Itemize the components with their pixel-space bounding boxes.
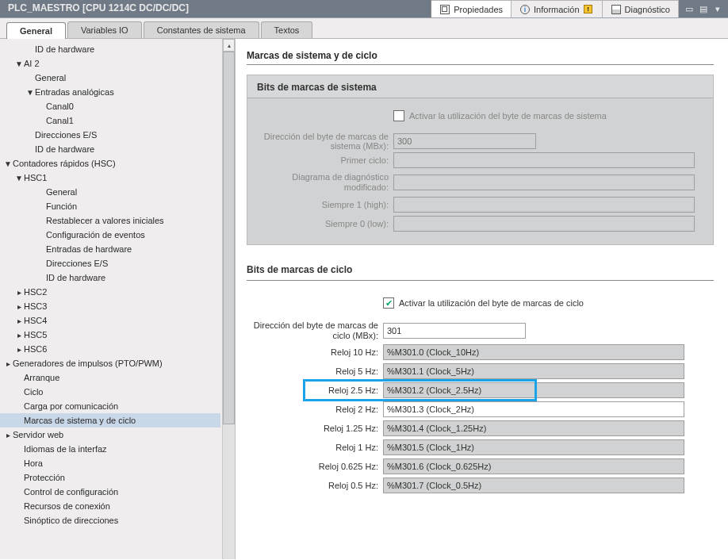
tree-item[interactable]: ID de hardware — [0, 142, 220, 156]
titlebar: PLC_MAESTRO [CPU 1214C DC/DC/DC] Propied… — [0, 0, 728, 18]
tree-item-label: Servidor web — [13, 430, 63, 439]
tree-item[interactable]: ID de hardware — [0, 42, 220, 56]
diagnostics-icon — [611, 4, 622, 15]
sys-addr-input[interactable] — [393, 133, 536, 149]
tree-item[interactable]: Restablecer a valores iniciales — [0, 213, 220, 228]
tab-variables-io[interactable]: Variables IO — [67, 21, 142, 38]
tree-item-label: HSC1 — [24, 173, 47, 182]
tree-item-label: Direcciones E/S — [46, 259, 108, 268]
tab-system-constants-label: Constantes de sistema — [157, 25, 246, 35]
tree-item[interactable]: ID de hardware — [0, 270, 220, 285]
cyc-addr-input[interactable] — [383, 323, 526, 339]
tree-item[interactable]: ▸HSC2 — [0, 285, 220, 299]
clock-10hz-input — [383, 344, 684, 360]
field-label: Reloj 1.25 Hz: — [247, 424, 383, 433]
tree-item-label: Entradas de hardware — [46, 244, 132, 254]
tree-item[interactable]: Hora — [0, 456, 220, 470]
page-title: Marcas de sistema y de ciclo — [247, 50, 714, 65]
tree-item[interactable]: General — [0, 185, 220, 199]
tree-item-label: Carga por comunicación — [24, 401, 118, 411]
tree-item[interactable]: General — [0, 71, 220, 85]
tab-info-label: Información — [534, 5, 579, 14]
minimize-icon[interactable]: ▾ — [712, 4, 723, 14]
tree-item[interactable]: ▼Contadores rápidos (HSC) — [0, 156, 220, 171]
tab-properties-label: Propiedades — [454, 5, 503, 14]
scroll-up-icon[interactable]: ▴ — [223, 39, 235, 52]
tree-item[interactable]: Configuración de eventos — [0, 228, 220, 242]
tree-item[interactable]: Entradas de hardware — [0, 242, 220, 256]
tree-item-label: HSC3 — [24, 301, 47, 311]
tree-item[interactable]: Función — [0, 199, 220, 213]
nav-tree[interactable]: ID de hardware ▼AI 2 General ▼Entradas a… — [0, 39, 222, 559]
inspector-tabs: Propiedades i Información ! Diagnóstico — [431, 0, 679, 17]
tree-item[interactable]: ▼Entradas analógicas — [0, 85, 220, 99]
panel-title: Bits de marcas de sistema — [247, 75, 713, 98]
tree-item[interactable]: Protección — [0, 470, 220, 485]
clock-5hz-input — [383, 363, 684, 379]
field-label: Reloj 2.5 Hz: — [247, 385, 383, 395]
tree-item[interactable]: Canal1 — [0, 113, 220, 128]
tree-item[interactable]: ▼AI 2 — [0, 56, 220, 71]
tree-item-label: Hora — [24, 458, 43, 468]
field-label: Reloj 0.625 Hz: — [247, 462, 383, 471]
tree-item-label: General — [46, 187, 77, 197]
tree-item-label: HSC2 — [24, 287, 47, 297]
tree-item-label: HSC4 — [24, 316, 47, 325]
tree-item[interactable]: Control de configuración — [0, 485, 220, 499]
tree-item[interactable]: ▸HSC4 — [0, 313, 220, 328]
tree-item-label: ID de hardware — [35, 44, 94, 54]
tree-item[interactable]: ▸HSC3 — [0, 299, 220, 313]
main-tabstrip: General Variables IO Constantes de siste… — [0, 18, 728, 39]
clock-2-5hz-input — [383, 382, 684, 398]
field-label: Dirección del byte de marcas de sistema … — [257, 132, 393, 151]
tab-system-constants[interactable]: Constantes de sistema — [144, 21, 259, 38]
panel-system-flags: Bits de marcas de sistema Activar la uti… — [247, 75, 714, 245]
tree-item-label: Ciclo — [24, 387, 43, 397]
tree-item-label: Contadores rápidos (HSC) — [13, 159, 116, 168]
collapse-icon[interactable]: ▭ — [684, 4, 695, 14]
tree-item[interactable]: Arranque — [0, 370, 220, 385]
clock-0-5hz-input — [383, 478, 684, 493]
field-label: Reloj 0.5 Hz: — [247, 481, 383, 490]
clock-0-625hz-input — [383, 458, 684, 474]
tree-item-label: HSC6 — [24, 344, 47, 354]
tree-item[interactable]: ▸HSC5 — [0, 328, 220, 342]
tab-texts[interactable]: Textos — [261, 21, 313, 38]
tab-texts-label: Textos — [274, 25, 300, 35]
scroll-thumb[interactable] — [223, 52, 235, 424]
tab-info[interactable]: i Información ! — [512, 0, 602, 17]
panel-cycle-flags: Bits de marcas de ciclo Activar la utili… — [247, 258, 714, 498]
sys-first-input — [393, 152, 695, 168]
tree-item-selected[interactable]: Marcas de sistema y de ciclo — [0, 413, 220, 428]
tree-item[interactable]: Carga por comunicación — [0, 399, 220, 413]
tree-item[interactable]: Canal0 — [0, 99, 220, 113]
tree-item[interactable]: ▸HSC6 — [0, 342, 220, 356]
tree-item-label: ID de hardware — [35, 144, 94, 154]
tree-item[interactable]: Ciclo — [0, 385, 220, 399]
field-label: Reloj 1 Hz: — [247, 443, 383, 452]
tree-item-label: Control de configuración — [24, 487, 118, 497]
tree-item[interactable]: ▸Generadores de impulsos (PTO/PWM) — [0, 356, 220, 370]
panel-title: Bits de marcas de ciclo — [247, 258, 714, 281]
tree-item[interactable]: ▼HSC1 — [0, 171, 220, 185]
field-label: Siempre 0 (low): — [257, 219, 393, 228]
tree-scrollbar[interactable]: ▴ — [222, 39, 235, 559]
tree-item[interactable]: Direcciones E/S — [0, 128, 220, 142]
tab-diagnostics[interactable]: Diagnóstico — [603, 0, 679, 17]
cyc-enable-checkbox[interactable] — [383, 297, 394, 309]
dock-icon[interactable]: ▤ — [698, 4, 709, 14]
tab-properties[interactable]: Propiedades — [431, 0, 512, 17]
tree-item[interactable]: Idiomas de la interfaz — [0, 442, 220, 456]
field-label: Dirección del byte de marcas de ciclo (M… — [247, 320, 383, 341]
sys-enable-label: Activar la utilización del byte de marca… — [409, 111, 607, 121]
sys-enable-checkbox[interactable] — [393, 110, 404, 121]
tree-item[interactable]: Direcciones E/S — [0, 256, 220, 270]
tab-general[interactable]: General — [6, 22, 66, 39]
clock-2hz-input — [383, 401, 684, 417]
tree-item[interactable]: Recursos de conexión — [0, 499, 220, 513]
tree-item[interactable]: Sinóptico de direcciones — [0, 513, 220, 527]
tree-item[interactable]: ▸Servidor web — [0, 428, 220, 442]
warning-icon: ! — [583, 4, 594, 15]
sys-always0-input — [393, 216, 695, 232]
tab-diagnostics-label: Diagnóstico — [625, 5, 670, 14]
